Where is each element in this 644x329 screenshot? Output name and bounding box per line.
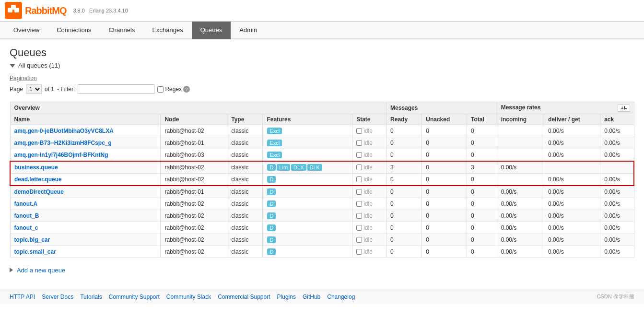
cell-name: demoDirectQueue: [10, 186, 161, 198]
state-checkbox[interactable]: [356, 128, 362, 134]
cell-ack: 0.00/s: [600, 174, 634, 186]
footer-community-slack[interactable]: Community Slack: [166, 294, 211, 300]
queue-name-link[interactable]: fanout_c: [14, 224, 38, 231]
state-checkbox[interactable]: [356, 237, 362, 243]
footer-server-docs[interactable]: Server Docs: [42, 294, 73, 300]
footer-changelog[interactable]: Changelog: [327, 294, 355, 300]
cell-total: 0: [467, 234, 497, 246]
cell-features: D: [263, 186, 352, 198]
plus-minus-button[interactable]: +/-: [618, 104, 630, 112]
cell-total: 0: [467, 246, 497, 258]
queue-name-link[interactable]: amq.gen-B73--H2Ki3izmH8FCspc_g: [14, 140, 112, 146]
cell-type: classic: [227, 222, 263, 234]
cell-features: D: [263, 198, 352, 210]
page-label: Page: [10, 86, 23, 93]
state-checkbox[interactable]: [356, 164, 362, 170]
cell-features: D: [263, 234, 352, 246]
cell-state: idle: [352, 186, 386, 198]
cell-incoming: 0.00/s: [497, 198, 544, 210]
state-checkbox[interactable]: [356, 176, 362, 182]
col-node: Node: [161, 114, 227, 125]
page-select[interactable]: 1: [26, 84, 42, 94]
cell-type: classic: [227, 137, 263, 149]
queue-name-link[interactable]: fanout.A: [14, 200, 38, 207]
cell-ready: 0: [386, 125, 422, 137]
nav-admin[interactable]: Admin: [231, 22, 266, 39]
cell-ack: 0.00/s: [600, 198, 634, 210]
footer-http-api[interactable]: HTTP API: [10, 294, 35, 300]
cell-node: rabbit@host-01: [161, 137, 227, 149]
add-queue-link[interactable]: Add a new queue: [17, 267, 65, 274]
table-row: amq.gen-0-jeBUotMbihaO3yVC8LXA rabbit@ho…: [10, 125, 634, 137]
nav-channels[interactable]: Channels: [100, 22, 143, 39]
cell-unacked: 0: [422, 210, 467, 222]
cell-incoming: [497, 149, 544, 162]
state-checkbox[interactable]: [356, 140, 362, 146]
state-checkbox[interactable]: [356, 213, 362, 219]
queue-name-link[interactable]: dead.letter.queue: [14, 176, 62, 183]
col-incoming: incoming: [497, 114, 544, 125]
of-label: of 1: [45, 86, 54, 93]
cell-features: D: [263, 246, 352, 258]
queue-name-link[interactable]: amq.gen-0-jeBUotMbihaO3yVC8LXA: [14, 128, 114, 134]
cell-incoming: [497, 174, 544, 186]
cell-node: rabbit@host-02: [161, 198, 227, 210]
cell-deliver-get: 0.00/s: [544, 174, 600, 186]
cell-ack: 0.00/s: [600, 234, 634, 246]
cell-state: idle: [352, 246, 386, 258]
state-text: idle: [363, 224, 373, 231]
cell-incoming: 0.00/s: [497, 161, 544, 174]
section-label: All queues (11): [18, 62, 60, 69]
state-checkbox[interactable]: [356, 189, 362, 195]
queue-name-link[interactable]: topic.small_car: [14, 248, 56, 255]
app-header: RabbitMQ 3.8.0 Erlang 23.3.4.10: [0, 0, 644, 22]
footer-community-support[interactable]: Community Support: [109, 294, 160, 300]
filter-input[interactable]: [78, 84, 154, 94]
collapse-triangle[interactable]: [10, 64, 15, 68]
footer-plugins[interactable]: Plugins: [277, 294, 296, 300]
footer-tutorials[interactable]: Tutorials: [80, 294, 102, 300]
state-checkbox[interactable]: [356, 249, 362, 255]
cell-name: fanout.A: [10, 198, 161, 210]
cell-unacked: 0: [422, 246, 467, 258]
col-state: State: [352, 114, 386, 125]
help-badge[interactable]: ?: [183, 86, 190, 93]
state-checkbox[interactable]: [356, 201, 362, 207]
state-cell: idle: [356, 236, 382, 243]
nav-connections[interactable]: Connections: [48, 22, 100, 39]
cell-features: Excl: [263, 149, 352, 162]
nav-queues[interactable]: Queues: [192, 22, 231, 39]
cell-total: 0: [467, 149, 497, 162]
cell-name: topic.big_car: [10, 234, 161, 246]
cell-ack: 0.00/s: [600, 210, 634, 222]
regex-checkbox[interactable]: [157, 86, 164, 93]
cell-node: rabbit@host-02: [161, 222, 227, 234]
pagination-label[interactable]: Pagination: [10, 75, 634, 82]
queue-name-link[interactable]: business.queue: [14, 164, 58, 171]
cell-ready: 3: [386, 161, 422, 174]
cell-unacked: 0: [422, 125, 467, 137]
queue-name-link[interactable]: fanout_B: [14, 212, 39, 219]
main-content: Queues All queues (11) Pagination Page 1…: [0, 39, 644, 284]
cell-incoming: [497, 137, 544, 149]
queue-name-link[interactable]: amq.gen-In1yI7j46BOjmf-BFKntNg: [14, 152, 108, 158]
queue-name-link[interactable]: topic.big_car: [14, 236, 50, 243]
filter-label: - Filter:: [57, 86, 75, 93]
footer-commercial-support[interactable]: Commercial Support: [218, 294, 270, 300]
nav-overview[interactable]: Overview: [5, 22, 48, 39]
nav-exchanges[interactable]: Exchanges: [143, 22, 191, 39]
col-type: Type: [227, 114, 263, 125]
state-checkbox[interactable]: [356, 225, 362, 231]
cell-deliver-get: 0.00/s: [544, 222, 600, 234]
cell-deliver-get: 0.00/s: [544, 149, 600, 162]
footer-github[interactable]: GitHub: [303, 294, 320, 300]
state-text: idle: [363, 152, 373, 158]
cell-total: 0: [467, 198, 497, 210]
cell-unacked: 0: [422, 222, 467, 234]
cell-incoming: [497, 125, 544, 137]
state-text: idle: [363, 128, 373, 134]
state-text: idle: [363, 188, 373, 195]
queue-name-link[interactable]: demoDirectQueue: [14, 188, 64, 195]
table-row: fanout.A rabbit@host-02 classic D idle 0…: [10, 198, 634, 210]
state-checkbox[interactable]: [356, 152, 362, 158]
